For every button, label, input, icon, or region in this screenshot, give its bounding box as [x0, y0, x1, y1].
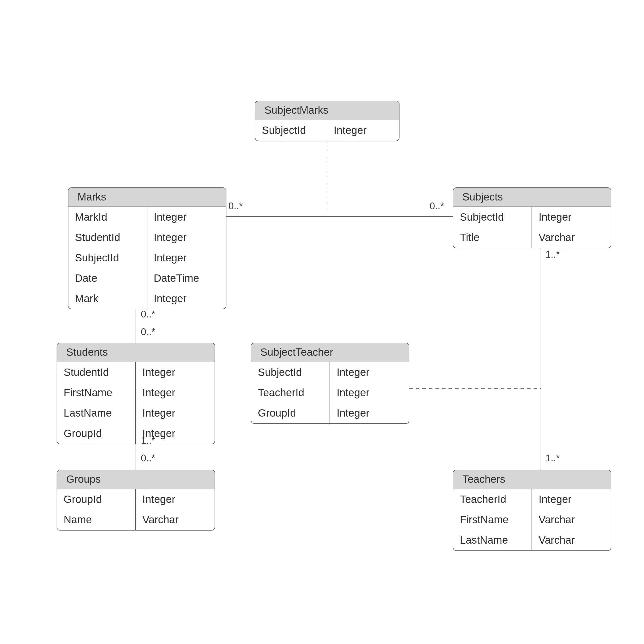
entity-title: Teachers [453, 470, 611, 489]
field-name: TeacherId [251, 383, 330, 403]
field-type: Integer [330, 362, 409, 383]
field-name: Title [453, 227, 532, 248]
field-type: Integer [330, 403, 409, 423]
field-type: Varchar [532, 227, 611, 248]
diagram-canvas: SubjectMarks SubjectId Integer Marks Mar… [0, 0, 644, 644]
field-type: Integer [147, 227, 226, 248]
field-name: Mark [68, 289, 147, 309]
field-type: Integer [147, 248, 226, 268]
multiplicity-label: 0..* [141, 453, 155, 464]
entity-students: Students StudentId FirstName LastName Gr… [57, 343, 215, 444]
field-name: LastName [57, 403, 135, 423]
multiplicity-label: 1..* [545, 453, 560, 464]
entity-title: SubjectTeacher [251, 343, 409, 362]
field-type: Integer [532, 489, 611, 510]
field-name: GroupId [57, 489, 135, 510]
entity-subjects: Subjects SubjectId Title Integer Varchar [453, 187, 611, 248]
field-type: Integer [136, 383, 215, 403]
entity-groups: Groups GroupId Name Integer Varchar [57, 470, 215, 531]
field-type: Varchar [532, 530, 611, 550]
field-type: Integer [327, 120, 399, 141]
multiplicity-label: 1..* [545, 249, 560, 260]
field-name: StudentId [68, 227, 147, 248]
field-type: Integer [136, 362, 215, 383]
field-name: StudentId [57, 362, 135, 383]
multiplicity-label: 0..* [228, 201, 243, 212]
field-type: Integer [532, 207, 611, 227]
field-name: GroupId [57, 423, 135, 444]
multiplicity-label: 1..* [141, 435, 155, 446]
field-name: FirstName [453, 510, 532, 530]
multiplicity-label: 0..* [141, 309, 155, 320]
field-name: FirstName [57, 383, 135, 403]
entity-teachers: Teachers TeacherId FirstName LastName In… [453, 470, 611, 551]
multiplicity-label: 0..* [430, 201, 444, 212]
entity-title: Students [57, 343, 215, 362]
field-type: DateTime [147, 268, 226, 289]
field-type: Integer [136, 403, 215, 423]
field-name: Date [68, 268, 147, 289]
field-name: TeacherId [453, 489, 532, 510]
field-type: Integer [136, 489, 215, 510]
field-type: Integer [147, 207, 226, 227]
entity-subjectteacher: SubjectTeacher SubjectId TeacherId Group… [251, 343, 409, 424]
field-type: Integer [330, 383, 409, 403]
field-name: SubjectId [68, 248, 147, 268]
field-name: MarkId [68, 207, 147, 227]
entity-title: SubjectMarks [255, 101, 399, 120]
field-name: SubjectId [453, 207, 532, 227]
field-name: Name [57, 510, 135, 530]
field-type: Integer [147, 289, 226, 309]
field-type: Varchar [136, 510, 215, 530]
multiplicity-label: 0..* [141, 327, 155, 337]
field-name: GroupId [251, 403, 330, 423]
entity-marks: Marks MarkId StudentId SubjectId Date Ma… [68, 187, 226, 309]
entity-subjectmarks: SubjectMarks SubjectId Integer [255, 101, 399, 141]
entity-title: Marks [68, 188, 226, 207]
entity-title: Groups [57, 470, 215, 489]
entity-title: Subjects [453, 188, 611, 207]
field-name: SubjectId [251, 362, 330, 383]
field-type: Varchar [532, 510, 611, 530]
field-name: SubjectId [255, 120, 327, 141]
field-name: LastName [453, 530, 532, 550]
